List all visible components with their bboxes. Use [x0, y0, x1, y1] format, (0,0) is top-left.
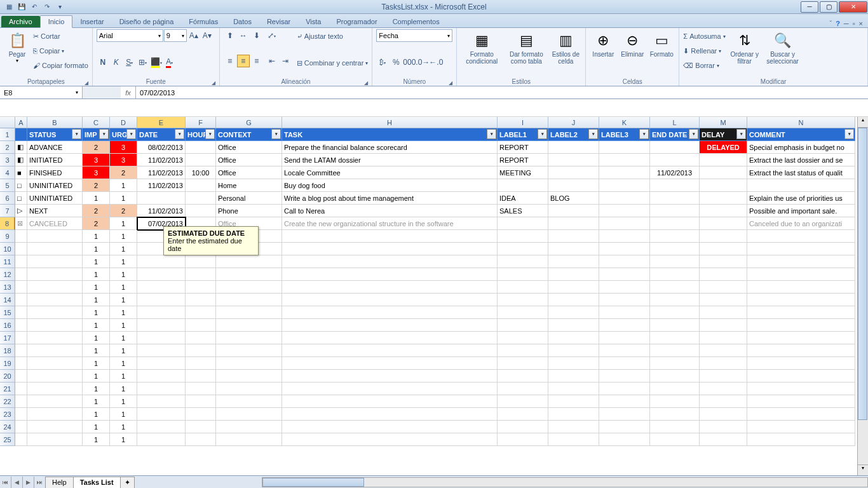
cell[interactable] — [650, 217, 700, 230]
cell[interactable] — [700, 255, 747, 268]
cell[interactable] — [650, 319, 700, 332]
cell[interactable] — [27, 268, 83, 281]
cell[interactable] — [700, 344, 747, 357]
cell[interactable] — [137, 255, 186, 268]
cell[interactable]: □ — [15, 179, 27, 192]
cell[interactable] — [747, 255, 855, 268]
cell[interactable] — [599, 332, 650, 344]
cell[interactable]: 2 — [83, 179, 110, 192]
cell[interactable]: 3 — [83, 154, 110, 166]
cell[interactable] — [599, 179, 650, 192]
header-K[interactable]: LABEL3▾ — [599, 128, 650, 141]
cell[interactable] — [650, 141, 700, 154]
cell[interactable]: 1 — [110, 217, 137, 230]
header-F[interactable]: HOUR▾ — [186, 128, 216, 141]
cell[interactable] — [15, 357, 27, 370]
cell[interactable] — [15, 268, 27, 281]
cell[interactable] — [15, 332, 27, 344]
cell[interactable] — [498, 344, 548, 357]
filter-icon[interactable]: ▾ — [126, 129, 136, 139]
cell[interactable]: Office — [216, 154, 282, 166]
cell[interactable]: 11/02/2013 — [137, 154, 186, 166]
cell[interactable] — [700, 205, 747, 217]
cell[interactable] — [650, 230, 700, 243]
cell[interactable] — [747, 332, 855, 344]
new-sheet-button[interactable]: ✦ — [120, 477, 135, 488]
insert-cells-button[interactable]: ⊕Insertar — [590, 29, 616, 59]
filter-icon[interactable]: ▾ — [538, 129, 547, 139]
cell[interactable] — [700, 357, 747, 370]
cell[interactable] — [548, 268, 599, 281]
cell[interactable] — [548, 319, 599, 332]
cell[interactable] — [137, 281, 186, 294]
cell[interactable]: 1 — [83, 281, 110, 294]
row-header[interactable]: 22 — [0, 395, 15, 408]
fill-button[interactable]: ⬇Rellenar▾ — [683, 44, 725, 58]
cell[interactable] — [186, 319, 216, 332]
cell[interactable]: Office — [216, 141, 282, 154]
cell[interactable]: CANCELED — [27, 217, 83, 230]
italic-button[interactable]: K — [110, 56, 123, 69]
cell[interactable] — [137, 395, 186, 408]
tab-insertar[interactable]: Insertar — [72, 16, 111, 27]
cell[interactable] — [282, 243, 498, 255]
increase-decimal-icon[interactable]: .0→ — [416, 56, 429, 69]
find-select-button[interactable]: 🔍Buscar y seleccionar — [764, 29, 802, 66]
cell[interactable] — [548, 154, 599, 166]
cell[interactable]: 1 — [110, 306, 137, 319]
cell[interactable]: 1 — [110, 319, 137, 332]
cell[interactable]: DELAYED — [700, 141, 747, 154]
cell[interactable] — [137, 294, 186, 306]
header-I[interactable]: LABEL1▾ — [498, 128, 548, 141]
cell[interactable]: 11/02/2013 — [137, 179, 186, 192]
align-center-icon[interactable]: ≡ — [237, 55, 250, 67]
vertical-scrollbar[interactable]: ▴ ▾ — [857, 117, 868, 475]
cell[interactable]: 1 — [110, 179, 137, 192]
cell[interactable] — [498, 217, 548, 230]
cell[interactable] — [282, 370, 498, 383]
cell[interactable] — [700, 332, 747, 344]
cell[interactable]: Locale Committee — [282, 166, 498, 179]
cell[interactable]: 1 — [83, 192, 110, 205]
cell[interactable]: ◧ — [15, 141, 27, 154]
cell[interactable] — [186, 154, 216, 166]
cell[interactable] — [747, 243, 855, 255]
cell[interactable] — [498, 243, 548, 255]
cell[interactable] — [700, 370, 747, 383]
cell[interactable] — [548, 344, 599, 357]
cell[interactable]: 1 — [110, 230, 137, 243]
cell[interactable]: Explain the use of priorities us — [747, 192, 855, 205]
cell[interactable]: Buy dog food — [282, 179, 498, 192]
horizontal-scrollbar[interactable] — [262, 477, 868, 487]
cell[interactable]: 1 — [110, 370, 137, 383]
cell[interactable]: 1 — [110, 268, 137, 281]
sheet-nav-prev-icon[interactable]: ◀ — [11, 477, 23, 488]
cell[interactable] — [599, 370, 650, 383]
cell[interactable] — [137, 433, 186, 446]
cell[interactable] — [137, 383, 186, 395]
cell[interactable] — [650, 192, 700, 205]
cell[interactable] — [498, 370, 548, 383]
maximize-button[interactable]: ▢ — [820, 1, 837, 13]
cell[interactable] — [747, 281, 855, 294]
cell[interactable] — [498, 421, 548, 433]
decrease-decimal-icon[interactable]: ←.0 — [430, 56, 442, 69]
cell[interactable]: 1 — [83, 332, 110, 344]
cell[interactable] — [599, 217, 650, 230]
cell[interactable] — [548, 255, 599, 268]
cell[interactable] — [700, 268, 747, 281]
cell[interactable] — [747, 230, 855, 243]
row-header[interactable]: 1 — [0, 128, 15, 141]
cell[interactable]: UNINITIATED — [27, 179, 83, 192]
cell[interactable] — [650, 395, 700, 408]
fill-color-button[interactable]: ⬛▾ — [150, 56, 163, 69]
cell[interactable] — [27, 421, 83, 433]
cell[interactable] — [186, 357, 216, 370]
cell[interactable] — [747, 370, 855, 383]
header-C[interactable]: IMP▾ — [83, 128, 110, 141]
cell[interactable] — [498, 383, 548, 395]
cell[interactable] — [548, 421, 599, 433]
cell[interactable]: 1 — [110, 383, 137, 395]
tab-inicio[interactable]: Inicio — [40, 15, 73, 28]
cut-button[interactable]: ✂Cortar — [33, 29, 88, 43]
